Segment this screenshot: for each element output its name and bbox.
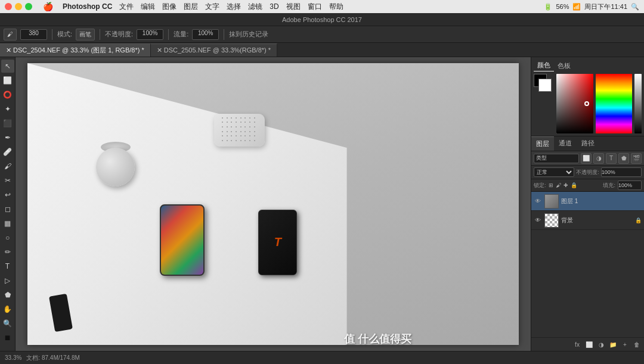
grille-dot bbox=[222, 122, 223, 123]
add-mask-btn[interactable]: ⬜ bbox=[584, 340, 594, 349]
fill-value[interactable] bbox=[618, 181, 642, 190]
menu-filter[interactable]: 滤镜 bbox=[248, 2, 262, 12]
grille-dot bbox=[231, 140, 232, 141]
menu-file[interactable]: 文件 bbox=[119, 2, 134, 12]
grille-dot bbox=[222, 117, 223, 119]
background-color-swatch[interactable] bbox=[538, 79, 552, 92]
filter-smart-btn[interactable]: 🎬 bbox=[631, 153, 642, 164]
history-brush-tool[interactable]: ↩ bbox=[1, 188, 14, 201]
layer-1-visibility[interactable]: 👁 bbox=[534, 216, 542, 225]
type-tool[interactable]: T bbox=[1, 260, 14, 273]
menu-layer[interactable]: 图层 bbox=[184, 2, 198, 12]
lock-all-btn[interactable]: 🔒 bbox=[571, 182, 577, 188]
add-group-btn[interactable]: 📁 bbox=[608, 340, 618, 349]
fg-bg-colors[interactable] bbox=[534, 74, 552, 92]
brush-tool[interactable]: 🖌 bbox=[1, 160, 14, 173]
opacity-value[interactable] bbox=[601, 167, 642, 177]
grille-dot bbox=[236, 140, 237, 141]
device-phone bbox=[160, 204, 205, 276]
marquee-tool[interactable]: ⬜ bbox=[1, 74, 14, 87]
layers-kind-input[interactable]: 类型 bbox=[534, 154, 579, 163]
add-adjustment-btn[interactable]: ◑ bbox=[596, 340, 606, 349]
menu-select[interactable]: 选择 bbox=[227, 2, 241, 12]
layer-0-visibility[interactable]: 👁 bbox=[534, 197, 542, 206]
grille-dot bbox=[240, 135, 242, 136]
maximize-button[interactable] bbox=[25, 3, 32, 10]
layer-row-0[interactable]: 👁 图层 1 bbox=[531, 192, 644, 211]
history-label: 抹到历史记录 bbox=[229, 30, 268, 39]
filter-adjust-btn[interactable]: ◑ bbox=[593, 153, 604, 164]
brush-size-input[interactable]: 380 bbox=[20, 29, 47, 40]
doc-size: 文档: 87.4M/174.8M bbox=[26, 354, 79, 362]
opacity-label: 不透明度: bbox=[576, 169, 599, 176]
magic-wand-tool[interactable]: ✦ bbox=[1, 102, 14, 116]
tab-1-label: ✕ DSC_2505.NEF @ 33.3%(RGB/8*) * bbox=[157, 46, 271, 54]
grille-dot bbox=[231, 131, 232, 132]
search-icon[interactable]: 🔍 bbox=[631, 3, 639, 11]
path-select-tool[interactable]: ▷ bbox=[1, 274, 14, 287]
menu-edit[interactable]: 编辑 bbox=[141, 2, 155, 12]
eraser-tool[interactable]: ◻ bbox=[1, 203, 14, 216]
separator-1 bbox=[52, 29, 52, 40]
tab-1[interactable]: ✕ DSC_2505.NEF @ 33.3%(RGB/8*) * bbox=[151, 43, 277, 57]
menu-image[interactable]: 图像 bbox=[162, 2, 177, 12]
layer-1-name: 背景 bbox=[561, 216, 633, 225]
mode-select[interactable]: 画笔 bbox=[76, 29, 95, 41]
filter-pixel-btn[interactable]: ⬜ bbox=[581, 153, 592, 164]
brightness-slider[interactable] bbox=[634, 74, 642, 133]
apple-icon[interactable]: 🍎 bbox=[43, 2, 53, 11]
blend-mode-select[interactable]: 正常 bbox=[534, 167, 574, 177]
add-fx-btn[interactable]: fx bbox=[572, 340, 582, 349]
filter-type-btn[interactable]: T bbox=[606, 153, 617, 164]
crop-tool[interactable]: ⬛ bbox=[1, 117, 14, 130]
ps-title: Adobe Photoshop CC 2017 bbox=[282, 16, 362, 23]
shape-tool[interactable]: ⬟ bbox=[1, 288, 14, 301]
grille-dot bbox=[249, 126, 250, 127]
layer-row-1[interactable]: 👁 背景 🔒 bbox=[531, 211, 644, 230]
zoom-tool[interactable]: 🔍 bbox=[1, 317, 14, 330]
add-layer-btn[interactable]: + bbox=[620, 340, 630, 349]
delete-layer-btn[interactable]: 🗑 bbox=[632, 340, 642, 349]
tab-0[interactable]: ✕ DSC_2504.NEF @ 33.3% (图层 1, RGB/8*) * bbox=[0, 43, 151, 57]
color-saturation-field[interactable] bbox=[556, 74, 593, 133]
brush-tool-icon[interactable]: 🖌 bbox=[4, 29, 17, 41]
paths-tab[interactable]: 路径 bbox=[577, 136, 599, 151]
filter-shape-btn[interactable]: ⬟ bbox=[618, 153, 629, 164]
app-name[interactable]: Photoshop CC bbox=[63, 2, 112, 11]
grille-dot bbox=[222, 131, 223, 132]
close-button[interactable] bbox=[5, 3, 12, 10]
hue-slider[interactable] bbox=[596, 74, 633, 133]
lock-image-btn[interactable]: 🖌 bbox=[556, 182, 561, 188]
menu-window[interactable]: 窗口 bbox=[308, 2, 322, 12]
eyedropper-tool[interactable]: ✒ bbox=[1, 131, 14, 144]
pen-tool[interactable]: ✏ bbox=[1, 245, 14, 259]
menu-type[interactable]: 文字 bbox=[205, 2, 219, 12]
minimize-button[interactable] bbox=[15, 3, 22, 10]
grille-dot bbox=[240, 131, 242, 132]
grille-dot bbox=[249, 135, 250, 136]
menu-help[interactable]: 帮助 bbox=[329, 2, 343, 12]
lock-move-btn[interactable]: ✚ bbox=[564, 182, 568, 188]
move-tool[interactable]: ↖ bbox=[1, 60, 14, 73]
color-tab[interactable]: 颜色 bbox=[534, 60, 554, 71]
menu-view[interactable]: 视图 bbox=[286, 2, 301, 12]
swatches-tab[interactable]: 色板 bbox=[554, 60, 574, 71]
grille-dot bbox=[231, 117, 232, 119]
channels-tab[interactable]: 通道 bbox=[554, 136, 577, 151]
opacity-input[interactable]: 100% bbox=[137, 29, 163, 40]
grille-dot bbox=[244, 122, 246, 123]
dodge-tool[interactable]: ○ bbox=[1, 231, 14, 244]
gradient-tool[interactable]: ▦ bbox=[1, 217, 14, 230]
layers-tab[interactable]: 图层 bbox=[531, 136, 554, 151]
foreground-color[interactable]: ■ bbox=[1, 331, 14, 344]
clone-tool[interactable]: ✂ bbox=[1, 174, 14, 187]
lasso-tool[interactable]: ⭕ bbox=[1, 88, 14, 101]
lock-transparent-btn[interactable]: ⊞ bbox=[549, 182, 553, 188]
grille-dot bbox=[249, 117, 250, 119]
blend-mode-row: 正常 不透明度: bbox=[531, 166, 644, 179]
hand-tool[interactable]: ✋ bbox=[1, 303, 14, 316]
menu-3d[interactable]: 3D bbox=[270, 2, 278, 11]
battery-level: 56% bbox=[556, 3, 569, 10]
spot-heal-tool[interactable]: 🩹 bbox=[1, 145, 14, 158]
flow-input[interactable]: 100% bbox=[192, 29, 219, 40]
